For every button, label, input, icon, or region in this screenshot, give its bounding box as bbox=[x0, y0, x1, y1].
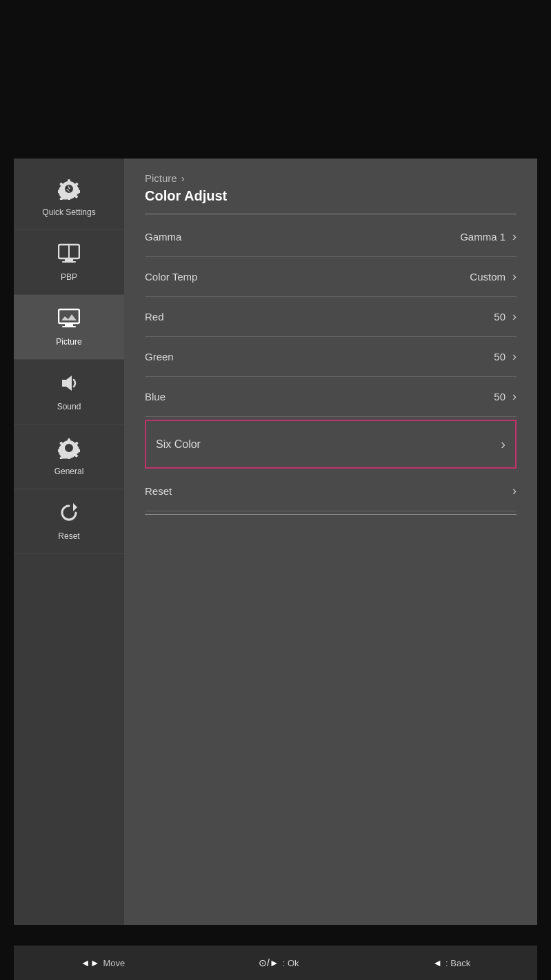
sidebar-picture-label: Picture bbox=[56, 337, 81, 347]
sidebar: Quick Settings PBP bbox=[14, 159, 124, 925]
menu-item-blue[interactable]: Blue 50 › bbox=[145, 377, 517, 417]
menu-item-red[interactable]: Red 50 › bbox=[145, 297, 517, 337]
monitor-split-icon bbox=[58, 243, 80, 268]
red-label: Red bbox=[145, 311, 164, 323]
breadcrumb-separator: › bbox=[181, 172, 185, 184]
ok-icon: ⊙/► bbox=[259, 957, 279, 968]
sidebar-sound-label: Sound bbox=[57, 402, 81, 411]
gear-icon bbox=[58, 437, 80, 462]
menu-item-six-color[interactable]: Six Color › bbox=[145, 420, 517, 469]
gamma-chevron-icon: › bbox=[512, 229, 517, 244]
color-temp-right: Custom › bbox=[470, 269, 517, 284]
move-icon: ◄► bbox=[81, 957, 100, 968]
back-label: : Back bbox=[445, 958, 470, 968]
sidebar-item-general[interactable]: General bbox=[14, 425, 124, 489]
green-chevron-icon: › bbox=[512, 349, 517, 364]
red-right: 50 › bbox=[432, 309, 517, 324]
gamma-value: Gamma 1 bbox=[460, 231, 505, 243]
gamma-label: Gamma bbox=[145, 231, 181, 243]
menu-item-gamma[interactable]: Gamma Gamma 1 › bbox=[145, 217, 517, 257]
top-divider bbox=[145, 214, 517, 214]
svg-rect-6 bbox=[65, 323, 73, 326]
green-right: 50 › bbox=[432, 349, 517, 364]
svg-rect-7 bbox=[62, 326, 76, 327]
sidebar-item-reset[interactable]: Reset bbox=[14, 489, 124, 554]
reset-right: › bbox=[512, 484, 517, 498]
green-label: Green bbox=[145, 351, 174, 363]
monitor-ui: Quick Settings PBP bbox=[14, 159, 537, 925]
svg-rect-4 bbox=[62, 261, 76, 263]
svg-marker-9 bbox=[73, 503, 77, 511]
red-value: 50 bbox=[494, 311, 505, 323]
blue-label: Blue bbox=[145, 391, 166, 402]
sidebar-item-sound[interactable]: Sound bbox=[14, 360, 124, 425]
sidebar-item-pbp[interactable]: PBP bbox=[14, 230, 124, 295]
svg-marker-8 bbox=[62, 376, 72, 391]
move-hint: ◄► Move bbox=[81, 957, 126, 968]
reset-icon bbox=[58, 502, 80, 527]
svg-marker-0 bbox=[66, 185, 70, 193]
breadcrumb: Picture › bbox=[145, 172, 517, 184]
color-temp-label: Color Temp bbox=[145, 271, 197, 283]
monitor-image-icon bbox=[58, 307, 80, 333]
move-label: Move bbox=[103, 958, 126, 968]
sidebar-item-picture[interactable]: Picture bbox=[14, 295, 124, 360]
back-icon: ◄ bbox=[432, 957, 442, 968]
green-value: 50 bbox=[494, 351, 505, 363]
sidebar-item-quick-settings[interactable]: Quick Settings bbox=[14, 165, 124, 230]
blue-value: 50 bbox=[494, 391, 505, 402]
sidebar-general-label: General bbox=[54, 467, 84, 476]
blue-right: 50 › bbox=[432, 389, 517, 404]
six-color-chevron-icon: › bbox=[501, 436, 505, 452]
six-color-label: Six Color bbox=[156, 438, 201, 451]
color-temp-chevron-icon: › bbox=[512, 269, 517, 284]
reset-chevron-icon: › bbox=[512, 484, 517, 498]
gamma-right: Gamma 1 › bbox=[460, 229, 517, 244]
gear-lightning-icon bbox=[58, 178, 80, 203]
reset-label: Reset bbox=[145, 485, 172, 497]
page-title: Color Adjust bbox=[145, 188, 517, 204]
sidebar-quick-settings-label: Quick Settings bbox=[42, 207, 95, 217]
back-hint: ◄ : Back bbox=[432, 957, 470, 968]
red-chevron-icon: › bbox=[512, 309, 517, 324]
menu-item-reset[interactable]: Reset › bbox=[145, 471, 517, 511]
menu-item-color-temp[interactable]: Color Temp Custom › bbox=[145, 257, 517, 297]
bottom-divider bbox=[145, 514, 517, 515]
speaker-icon bbox=[58, 372, 80, 398]
bottom-bar: ◄► Move ⊙/► : Ok ◄ : Back bbox=[14, 946, 537, 980]
svg-rect-5 bbox=[59, 309, 79, 323]
blue-chevron-icon: › bbox=[512, 389, 517, 404]
menu-item-green[interactable]: Green 50 › bbox=[145, 337, 517, 377]
main-content: Picture › Color Adjust Gamma Gamma 1 › C… bbox=[124, 159, 537, 925]
ok-hint: ⊙/► : Ok bbox=[259, 957, 299, 968]
svg-rect-3 bbox=[65, 258, 73, 261]
ok-label: : Ok bbox=[283, 958, 299, 968]
breadcrumb-parent: Picture bbox=[145, 172, 177, 184]
sidebar-reset-label: Reset bbox=[58, 531, 79, 541]
color-temp-value: Custom bbox=[470, 271, 505, 283]
sidebar-pbp-label: PBP bbox=[61, 272, 77, 282]
